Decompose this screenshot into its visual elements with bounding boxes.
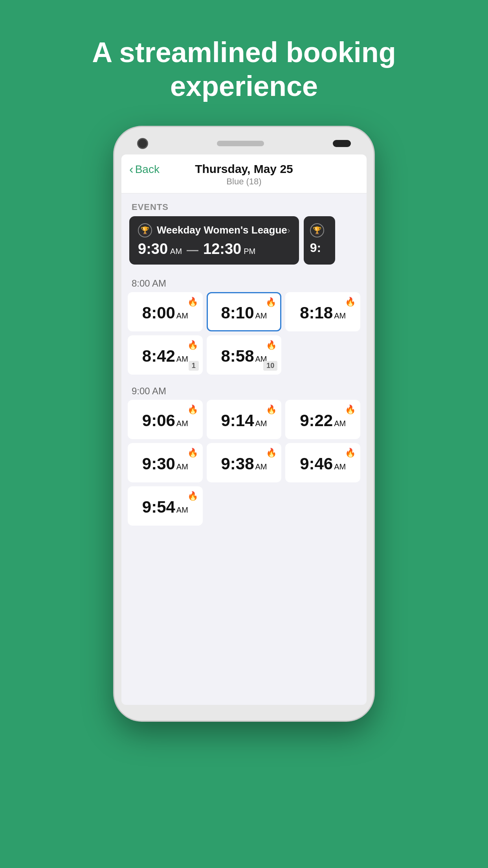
flame-icon: 🔥 (345, 448, 356, 458)
event-start-period: AM (170, 247, 182, 256)
flame-icon: 🔥 (187, 491, 198, 501)
time-slot-time: 8:18 AM (300, 303, 346, 322)
phone-frame: ‹ Back Thursday, May 25 Blue (18) EVENTS… (114, 127, 374, 721)
time-slot-time: 9:06 AM (142, 411, 188, 430)
event-title-row: 🏆 Weekday Women's League (138, 223, 287, 237)
partial-start-time: 9: (310, 241, 321, 255)
time-slot-946[interactable]: 🔥 9:46 AM (285, 443, 360, 482)
event-header: 🏆 Weekday Women's League › (138, 223, 290, 237)
time-slot-time: 9:46 AM (300, 454, 346, 473)
phone-screen: ‹ Back Thursday, May 25 Blue (18) EVENTS… (121, 154, 367, 705)
time-slot-858[interactable]: 🔥 8:58 AM 10 (207, 335, 282, 375)
flame-icon: 🔥 (187, 448, 198, 458)
phone-speaker (217, 141, 264, 146)
event-card-partial: 🏆 9: (304, 216, 335, 265)
flame-icon: 🔥 (187, 297, 198, 307)
slot-badge: 10 (263, 361, 277, 371)
phone-top-bar (121, 138, 367, 149)
time-slot-time: 9:30 AM (142, 454, 188, 473)
header-title: Thursday, May 25 (133, 162, 355, 176)
flame-icon: 🔥 (266, 297, 276, 307)
time-slot-time: 9:54 AM (142, 498, 188, 517)
time-slot-time: 9:14 AM (221, 411, 267, 430)
event-end-time: 12:30 (203, 241, 241, 257)
time-slot-time: 8:42 AM (142, 347, 188, 366)
events-scroll: 🏆 Weekday Women's League › 9:30 AM — 12:… (121, 216, 367, 271)
flame-icon: 🔥 (187, 405, 198, 415)
time-slot-time: 8:58 AM (221, 347, 267, 366)
flame-icon: 🔥 (345, 297, 356, 307)
flame-icon: 🔥 (266, 340, 277, 350)
time-slot-938[interactable]: 🔥 9:38 AM (207, 443, 282, 482)
flame-icon: 🔥 (187, 340, 198, 350)
back-button[interactable]: ‹ Back (129, 163, 160, 176)
time-slot-818[interactable]: 🔥 8:18 AM (285, 292, 360, 331)
time-slot-810[interactable]: 🔥 8:10 AM (207, 292, 282, 331)
phone-sensor (333, 140, 351, 147)
event-start-time: 9:30 (138, 241, 168, 257)
time-slot-906[interactable]: 🔥 9:06 AM (128, 400, 203, 439)
event-name: Weekday Women's League (157, 224, 287, 236)
trophy-icon: 🏆 (138, 223, 152, 237)
back-label: Back (135, 163, 160, 176)
time-group-9am-label: 9:00 AM (121, 379, 367, 400)
app-header: ‹ Back Thursday, May 25 Blue (18) (121, 154, 367, 193)
event-chevron-icon: › (287, 225, 290, 236)
events-section-label: EVENTS (121, 193, 367, 216)
time-group-8am: 8:00 AM 🔥 8:00 AM 🔥 8:10 AM (121, 271, 367, 379)
time-group-8am-label: 8:00 AM (121, 271, 367, 292)
time-slot-930[interactable]: 🔥 9:30 AM (128, 443, 203, 482)
flame-icon: 🔥 (266, 405, 277, 415)
time-slot-time: 8:10 AM (221, 303, 267, 322)
flame-icon: 🔥 (345, 405, 356, 415)
flame-icon: 🔥 (266, 448, 277, 458)
time-slot-time: 9:38 AM (221, 454, 267, 473)
time-slots-grid-9am: 🔥 9:06 AM 🔥 9:14 AM (121, 400, 367, 530)
slot-badge: 1 (189, 361, 199, 371)
time-slot-922[interactable]: 🔥 9:22 AM (285, 400, 360, 439)
time-slots-grid-8am: 🔥 8:00 AM 🔥 8:10 AM (121, 292, 367, 379)
event-end-period: PM (244, 247, 255, 256)
time-slot-800[interactable]: 🔥 8:00 AM (128, 292, 203, 331)
event-card-main[interactable]: 🏆 Weekday Women's League › 9:30 AM — 12:… (129, 216, 299, 265)
time-slot-914[interactable]: 🔥 9:14 AM (207, 400, 282, 439)
header-subtitle: Blue (18) (133, 177, 355, 187)
phone-mockup: ‹ Back Thursday, May 25 Blue (18) EVENTS… (106, 127, 382, 868)
phone-camera (137, 138, 148, 149)
time-group-9am: 9:00 AM 🔥 9:06 AM 🔥 9:14 AM (121, 379, 367, 530)
event-time-separator: — (187, 243, 198, 257)
time-slot-954[interactable]: 🔥 9:54 AM (128, 486, 203, 526)
trophy-icon-partial: 🏆 (310, 223, 324, 237)
headline: A streamlined booking experience (45, 0, 443, 127)
time-slot-842[interactable]: 🔥 8:42 AM 1 (128, 335, 203, 375)
time-slot-time: 8:00 AM (142, 303, 188, 322)
chevron-left-icon: ‹ (129, 163, 134, 175)
time-slot-time: 9:22 AM (300, 411, 346, 430)
event-time: 9:30 AM — 12:30 PM (138, 241, 290, 257)
event-time-partial: 9: (310, 241, 329, 255)
